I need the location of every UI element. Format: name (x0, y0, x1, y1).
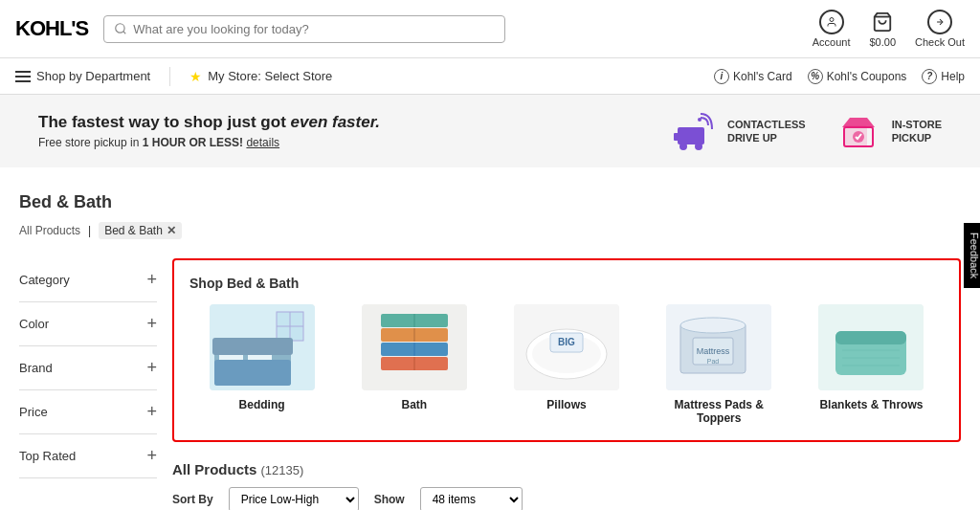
checkout-button[interactable]: Check Out (915, 10, 965, 48)
price-filter[interactable]: Price + (19, 390, 157, 434)
mattress-svg: Mattress Pad (666, 304, 771, 390)
help-link[interactable]: ? Help (922, 69, 965, 84)
svg-point-0 (116, 24, 124, 33)
svg-rect-5 (678, 127, 704, 144)
pillows-svg: BIG (514, 304, 619, 390)
sort-label: Sort By (172, 493, 213, 506)
svg-text:Mattress: Mattress (697, 346, 730, 356)
department-label: Shop by Department (36, 69, 150, 83)
remove-filter-icon[interactable]: ✕ (167, 224, 176, 237)
sort-select[interactable]: Price Low-High Price High-Low Top Rated … (229, 487, 359, 510)
search-input[interactable] (133, 22, 495, 36)
department-menu[interactable]: Shop by Department (15, 69, 150, 83)
svg-line-1 (123, 32, 126, 34)
price-expand-icon: + (146, 402, 157, 422)
account-label: Account (813, 36, 851, 48)
banner-details-link[interactable]: details (246, 136, 279, 149)
kohls-card-label: Kohl's Card (733, 70, 792, 83)
svg-text:Pad: Pad (707, 358, 720, 365)
contactless-label: CONTACTLESSDRIVE UP (727, 118, 806, 145)
account-icon (819, 10, 844, 34)
svg-rect-44 (835, 331, 906, 344)
top-rated-filter-label: Top Rated (19, 449, 76, 463)
svg-point-9 (698, 118, 702, 122)
top-rated-expand-icon: + (146, 446, 157, 466)
category-filter-label: Category (19, 273, 70, 287)
svg-point-38 (680, 318, 746, 333)
bedding-category[interactable]: Bedding (189, 304, 334, 425)
banner-icons: CONTACTLESSDRIVE UP IN-STOREPICKUP (670, 110, 942, 152)
feedback-label: Feedback (969, 232, 980, 277)
svg-point-7 (679, 143, 687, 150)
sort-row: Sort By Price Low-High Price High-Low To… (172, 487, 961, 510)
checkout-icon (927, 10, 952, 34)
coupons-icon: % (808, 69, 823, 84)
search-bar[interactable] (103, 15, 505, 43)
checkout-label: Check Out (915, 36, 965, 48)
show-select[interactable]: 48 items 96 items 144 items (420, 487, 523, 510)
contactless-icon (670, 110, 718, 152)
bedding-label: Bedding (239, 398, 285, 411)
breadcrumb-separator: | (88, 224, 91, 237)
mattress-label: Mattress Pads & Toppers (675, 398, 764, 425)
pillows-label: Pillows (546, 398, 586, 411)
account-button[interactable]: Account (813, 10, 851, 48)
bath-category[interactable]: Bath (342, 304, 486, 425)
bed-bath-filter-chip[interactable]: Bed & Bath ✕ (99, 222, 182, 239)
bath-svg (362, 304, 467, 390)
shop-section-wrapper: Shop Bed & Bath (172, 258, 961, 510)
in-store-pickup: IN-STOREPICKUP (835, 110, 942, 152)
page-title: Bed & Bath (19, 192, 961, 212)
nav-left: Shop by Department ★ My Store: Select St… (15, 67, 332, 86)
feedback-tab[interactable]: Feedback (964, 222, 980, 287)
products-title: All Products (12135) (172, 461, 303, 477)
hamburger-icon (15, 71, 31, 82)
shop-section-title: Shop Bed & Bath (189, 276, 944, 291)
chip-label: Bed & Bath (104, 224, 163, 237)
pillows-image: BIG (514, 304, 619, 390)
price-filter-label: Price (19, 405, 48, 419)
header: KOHL'S Account $0.00 (0, 0, 980, 58)
shop-bed-bath-section: Shop Bed & Bath (172, 258, 961, 442)
star-icon: ★ (189, 69, 202, 84)
kohls-card-link[interactable]: i Kohl's Card (714, 69, 792, 84)
kohls-logo: KOHL'S (15, 16, 88, 41)
sidebar: Category + Color + Brand + Price + Top R… (19, 258, 172, 510)
kohls-card-icon: i (714, 69, 729, 84)
svg-text:BIG: BIG (558, 337, 575, 347)
category-expand-icon: + (146, 270, 157, 290)
nav-right: i Kohl's Card % Kohl's Coupons ? Help (714, 69, 965, 84)
nav-divider (169, 67, 170, 86)
blankets-svg (818, 304, 924, 390)
pickup-icon (835, 110, 882, 152)
brand-filter[interactable]: Brand + (19, 346, 157, 390)
store-selector[interactable]: ★ My Store: Select Store (189, 69, 332, 84)
products-header: All Products (12135) (172, 461, 961, 477)
color-expand-icon: + (146, 314, 157, 334)
blankets-category[interactable]: Blankets & Throws (799, 304, 944, 425)
banner-headline: The fastest way to shop just got even fa… (38, 113, 380, 132)
cart-label: $0.00 (870, 36, 897, 48)
all-products-breadcrumb[interactable]: All Products (19, 224, 80, 237)
bedding-image (210, 304, 315, 390)
contactless-drive-up: CONTACTLESSDRIVE UP (670, 110, 806, 152)
brand-filter-label: Brand (19, 361, 53, 375)
kohls-coupons-link[interactable]: % Kohl's Coupons (808, 69, 907, 84)
promo-banner: The fastest way to shop just got even fa… (0, 95, 980, 167)
mattress-category[interactable]: Mattress Pad Mattress Pads & Toppers (647, 304, 791, 425)
page-content: Bed & Bath All Products | Bed & Bath ✕ C… (0, 177, 980, 510)
svg-point-8 (695, 143, 702, 150)
show-label: Show (374, 493, 405, 506)
banner-subtext: Free store pickup in 1 HOUR OR LESS! det… (38, 136, 380, 149)
color-filter[interactable]: Color + (19, 302, 157, 346)
category-filter[interactable]: Category + (19, 258, 157, 302)
svg-rect-20 (214, 360, 291, 386)
kohls-coupons-label: Kohl's Coupons (827, 70, 907, 83)
store-label: My Store: Select Store (208, 69, 332, 83)
help-label: Help (941, 70, 965, 83)
shop-categories: Bedding (189, 304, 944, 425)
cart-button[interactable]: $0.00 (870, 10, 897, 48)
top-rated-filter[interactable]: Top Rated + (19, 434, 157, 478)
pillows-category[interactable]: BIG Pillows (494, 304, 638, 425)
svg-rect-6 (674, 133, 679, 141)
